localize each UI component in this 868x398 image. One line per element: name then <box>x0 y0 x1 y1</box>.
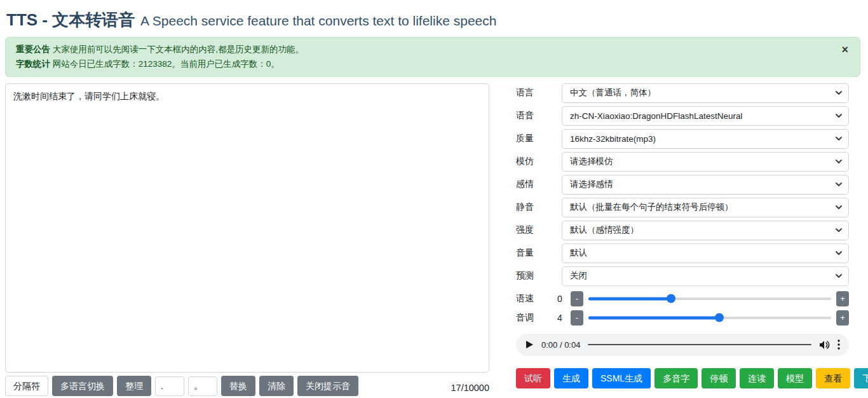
mute-prompt-button[interactable]: 关闭提示音 <box>297 376 358 396</box>
form-row-language: 语言 中文（普通话，简体） <box>516 83 849 103</box>
settings-panel: 语言 中文（普通话，简体） 语音 zh-CN-Xiaoxiao:DragonHD… <box>516 83 849 396</box>
chevron-down-icon <box>835 112 843 120</box>
multilang-switch-button[interactable]: 多语言切换 <box>52 376 113 396</box>
pitch-slider-row: 音调 4 - + <box>516 308 849 327</box>
intensity-select-value: 默认（感情强度） <box>570 224 639 236</box>
language-label: 语言 <box>516 87 562 99</box>
notice-line1-label: 重要公告 <box>16 45 50 54</box>
form-row-predict: 预测 关闭 <box>516 266 849 286</box>
volume-select-value: 默认 <box>570 247 587 259</box>
voice-label: 语音 <box>516 110 562 121</box>
predict-select-value: 关闭 <box>570 270 587 282</box>
volume-icon[interactable] <box>819 340 830 350</box>
pitch-slider[interactable] <box>588 313 831 322</box>
pitch-increase-button[interactable]: + <box>836 310 849 326</box>
quality-select[interactable]: 16khz-32kbitrate(mp3) <box>562 129 849 149</box>
model-button[interactable]: 模型 <box>778 368 812 388</box>
language-select-value: 中文（普通话，简体） <box>570 87 656 99</box>
replace-button[interactable]: 替换 <box>221 376 255 396</box>
mimic-select[interactable]: 请选择模仿 <box>562 152 849 172</box>
volume-select[interactable]: 默认 <box>562 244 849 263</box>
language-select[interactable]: 中文（普通话，简体） <box>562 83 849 103</box>
action-buttons: 试听 生成 SSML生成 多音字 停顿 连读 模型 查看 下载 <box>516 368 849 388</box>
pitch-decrease-button[interactable]: - <box>571 310 583 326</box>
emotion-select-value: 请选择感情 <box>570 179 613 190</box>
clear-button[interactable]: 清除 <box>259 376 294 396</box>
voice-select[interactable]: zh-CN-Xiaoxiao:DragonHDFlashLatestNeural <box>562 106 849 126</box>
chevron-down-icon <box>835 158 843 165</box>
chevron-down-icon <box>835 181 843 188</box>
preview-button[interactable]: 试听 <box>516 368 550 388</box>
speed-slider[interactable] <box>588 294 831 303</box>
volume-label: 音量 <box>516 247 562 259</box>
speed-value: 0 <box>554 294 566 304</box>
separator-button[interactable]: 分隔符 <box>5 376 48 396</box>
intensity-label: 强度 <box>516 224 562 236</box>
pitch-slider-thumb[interactable] <box>715 313 724 322</box>
speed-label: 语速 <box>516 293 554 305</box>
notice-line1-text: 大家使用前可以先阅读一下文本框内的内容,都是历史更新的功能。 <box>53 45 304 54</box>
page-title-zh: TTS - 文本转语音 <box>6 10 135 29</box>
play-icon[interactable] <box>525 340 534 349</box>
form-row-quality: 质量 16khz-32kbitrate(mp3) <box>516 129 849 149</box>
chevron-down-icon <box>835 249 843 257</box>
download-button[interactable]: 下载 <box>854 368 868 388</box>
silence-select-value: 默认（批量在每个句子的结束符号后停顿） <box>570 202 733 213</box>
pause-button[interactable]: 停顿 <box>702 368 736 388</box>
replace-char-input[interactable] <box>188 376 217 396</box>
polyphone-button[interactable]: 多音字 <box>654 368 698 388</box>
kebab-menu-icon[interactable] <box>837 340 840 350</box>
generate-button[interactable]: 生成 <box>554 368 588 388</box>
form-row-voice: 语音 zh-CN-Xiaoxiao:DragonHDFlashLatestNeu… <box>516 106 849 126</box>
chevron-down-icon <box>835 272 843 280</box>
audio-player: 0:00 / 0:04 <box>516 334 849 356</box>
speed-decrease-button[interactable]: - <box>571 291 583 306</box>
quality-label: 质量 <box>516 133 562 144</box>
audio-seek-bar[interactable] <box>588 344 811 345</box>
notice-line2-label: 字数统计 <box>16 59 50 69</box>
close-icon[interactable]: × <box>839 41 851 58</box>
mimic-label: 模仿 <box>516 156 562 167</box>
chevron-down-icon <box>835 203 843 211</box>
page-title: TTS - 文本转语音 A Speech service feature tha… <box>6 6 860 31</box>
speed-increase-button[interactable]: + <box>836 291 849 306</box>
form-row-mimic: 模仿 请选择模仿 <box>516 152 849 172</box>
notice-banner: 重要公告 大家使用前可以先阅读一下文本框内的内容,都是历史更新的功能。 字数统计… <box>5 37 860 77</box>
form-row-silence: 静音 默认（批量在每个句子的结束符号后停顿） <box>516 198 849 217</box>
intensity-select[interactable]: 默认（感情强度） <box>562 221 849 240</box>
speed-slider-fill <box>588 297 671 300</box>
find-char-input[interactable] <box>155 376 184 396</box>
pitch-value: 4 <box>554 313 566 323</box>
emotion-label: 感情 <box>516 179 562 190</box>
char-counter: 17/10000 <box>451 379 489 393</box>
chevron-down-icon <box>835 135 843 142</box>
silence-label: 静音 <box>516 202 562 213</box>
editor-panel: 洗漱时间结束了，请同学们上床就寝。 分隔符 多语言切换 整理 替换 清除 关闭提… <box>5 83 489 396</box>
form-row-volume: 音量 默认 <box>516 244 849 263</box>
silence-select[interactable]: 默认（批量在每个句子的结束符号后停顿） <box>562 198 849 217</box>
quality-select-value: 16khz-32kbitrate(mp3) <box>570 134 656 144</box>
speed-slider-thumb[interactable] <box>667 294 675 303</box>
predict-select[interactable]: 关闭 <box>562 266 849 286</box>
emotion-select[interactable]: 请选择感情 <box>562 175 849 195</box>
notice-line2-text: 网站今日已生成字数：2123382。当前用户已生成字数：0。 <box>53 59 280 69</box>
mimic-select-value: 请选择模仿 <box>570 156 613 167</box>
tidy-button[interactable]: 整理 <box>117 376 151 396</box>
main-content: 洗漱时间结束了，请同学们上床就寝。 分隔符 多语言切换 整理 替换 清除 关闭提… <box>5 83 860 396</box>
form-row-emotion: 感情 请选择感情 <box>516 175 849 195</box>
editor-toolbar: 分隔符 多语言切换 整理 替换 清除 关闭提示音 17/10000 <box>5 376 489 396</box>
notice-line-announcement: 重要公告 大家使用前可以先阅读一下文本框内的内容,都是历史更新的功能。 <box>16 43 834 57</box>
pitch-slider-fill <box>588 316 719 319</box>
audio-time: 0:00 / 0:04 <box>541 340 580 350</box>
page-title-subtitle: A Speech service feature that converts t… <box>140 13 496 28</box>
ssml-generate-button[interactable]: SSML生成 <box>592 368 651 388</box>
speed-slider-row: 语速 0 - + <box>516 289 849 308</box>
notice-line-stats: 字数统计 网站今日已生成字数：2123382。当前用户已生成字数：0。 <box>16 57 834 71</box>
voice-select-value: zh-CN-Xiaoxiao:DragonHDFlashLatestNeural <box>570 111 743 121</box>
view-button[interactable]: 查看 <box>816 368 850 388</box>
predict-label: 预测 <box>516 270 562 282</box>
chevron-down-icon <box>835 226 843 234</box>
form-row-intensity: 强度 默认（感情强度） <box>516 221 849 240</box>
liaison-button[interactable]: 连读 <box>740 368 774 388</box>
text-input[interactable]: 洗漱时间结束了，请同学们上床就寝。 <box>5 83 489 373</box>
